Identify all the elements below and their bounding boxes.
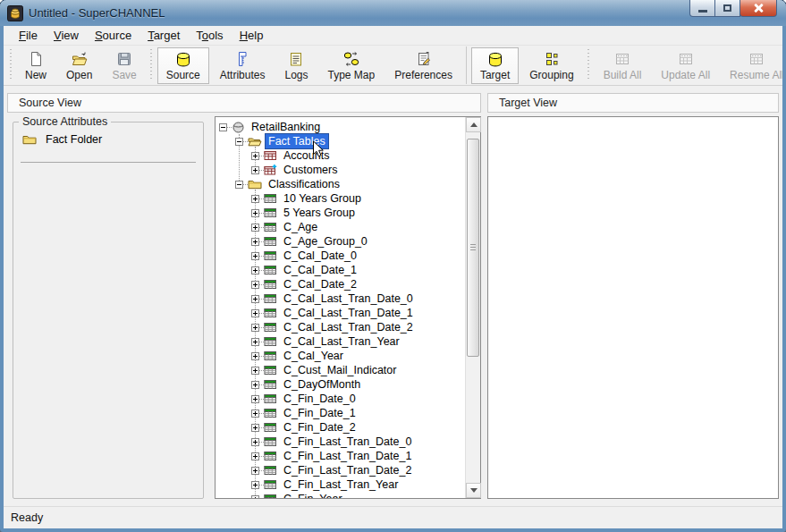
source-button[interactable]: Source bbox=[157, 47, 209, 84]
tree-item-label[interactable]: C_Cal_Last_Tran_Date_0 bbox=[281, 291, 416, 306]
tree-expander-plus[interactable] bbox=[251, 367, 259, 375]
tree-item-accounts[interactable]: Accounts bbox=[216, 148, 465, 163]
tree-item-label[interactable]: C_Fin_Last_Tran_Date_0 bbox=[281, 435, 414, 449]
tree-item-label[interactable]: C_Cal_Last_Tran_Date_1 bbox=[281, 306, 416, 320]
menu-file[interactable]: File bbox=[11, 26, 46, 45]
tree-item-5-years-group[interactable]: 5 Years Group bbox=[216, 206, 465, 220]
tree-expander-plus[interactable] bbox=[251, 252, 259, 260]
tree-item-label[interactable]: C_Fin_Year bbox=[281, 492, 345, 498]
build-all-button[interactable]: Build All bbox=[595, 47, 651, 84]
tree-item-c-cal-date-1[interactable]: C_Cal_Date_1 bbox=[216, 263, 465, 277]
tree-expander-plus[interactable] bbox=[251, 281, 259, 289]
menu-source[interactable]: Source bbox=[87, 26, 139, 45]
tree-expander-plus[interactable] bbox=[251, 452, 259, 460]
tree-expander-plus[interactable] bbox=[251, 224, 259, 232]
grouping-button[interactable]: Grouping bbox=[520, 47, 582, 84]
tree-item-c-cal-last-tran-date-2[interactable]: C_Cal_Last_Tran_Date_2 bbox=[216, 320, 465, 334]
tree-item-c-cal-last-tran-date-0[interactable]: C_Cal_Last_Tran_Date_0 bbox=[216, 291, 465, 306]
tree-item-label[interactable]: 10 Years Group bbox=[281, 191, 364, 206]
tree-item-c-fin-last-tran-date-1[interactable]: C_Fin_Last_Tran_Date_1 bbox=[216, 449, 465, 463]
scrollbar-down-button[interactable] bbox=[466, 483, 481, 498]
tree-item-label[interactable]: C_Fin_Last_Tran_Date_1 bbox=[281, 449, 414, 463]
tree-item-label[interactable]: Customers bbox=[281, 163, 340, 177]
tree-item-c-cal-date-0[interactable]: C_Cal_Date_0 bbox=[216, 249, 465, 263]
logs-button[interactable]: Logs bbox=[275, 47, 317, 84]
tree-item-10-years-group[interactable]: 10 Years Group bbox=[216, 191, 465, 206]
tree-expander-plus[interactable] bbox=[251, 238, 259, 246]
tree-item-label[interactable]: C_Age bbox=[281, 220, 320, 234]
tree-scrollbar[interactable] bbox=[465, 117, 480, 498]
tree-item-customers[interactable]: Customers bbox=[216, 163, 465, 177]
close-button[interactable] bbox=[740, 0, 777, 17]
tree-item-retailbanking[interactable]: RetailBanking bbox=[216, 120, 465, 134]
tree-item-label[interactable]: C_Cal_Last_Tran_Year bbox=[281, 334, 402, 349]
tree-expander-plus[interactable] bbox=[251, 309, 259, 317]
menu-help[interactable]: Help bbox=[232, 26, 272, 45]
save-button[interactable]: Save bbox=[103, 47, 145, 84]
tree-item-label[interactable]: C_Fin_Last_Tran_Year bbox=[281, 477, 401, 492]
tree-expander-plus[interactable] bbox=[251, 410, 259, 418]
tree-item-label[interactable]: C_Cal_Date_2 bbox=[281, 277, 359, 291]
minimize-button[interactable] bbox=[689, 0, 715, 17]
tree-item-label[interactable]: C_Fin_Date_2 bbox=[281, 420, 359, 435]
tree-expander-minus[interactable] bbox=[219, 123, 227, 131]
tree-expander-plus[interactable] bbox=[251, 324, 259, 332]
tree-item-c-age-group-0[interactable]: C_Age_Group_0 bbox=[216, 234, 465, 249]
tree-expander-plus[interactable] bbox=[251, 467, 259, 475]
tree-item-c-dayofmonth[interactable]: C_DayOfMonth bbox=[216, 377, 465, 392]
scrollbar-up-button[interactable] bbox=[466, 117, 481, 132]
tree-item-c-cust-mail-indicator[interactable]: C_Cust_Mail_Indicator bbox=[216, 363, 465, 377]
tree-item-label[interactable]: C_DayOfMonth bbox=[281, 377, 363, 392]
tree-expander-plus[interactable] bbox=[251, 338, 259, 346]
menu-tools[interactable]: Tools bbox=[188, 26, 231, 45]
tree-item-c-fin-last-tran-date-2[interactable]: C_Fin_Last_Tran_Date_2 bbox=[216, 463, 465, 477]
tree-item-label[interactable]: RetailBanking bbox=[249, 120, 323, 134]
tree-item-c-age[interactable]: C_Age bbox=[216, 220, 465, 234]
target-button[interactable]: Target bbox=[471, 47, 519, 84]
tree-expander-plus[interactable] bbox=[251, 195, 259, 203]
tree-expander-plus[interactable] bbox=[251, 481, 259, 489]
tree-item-c-cal-last-tran-year[interactable]: C_Cal_Last_Tran_Year bbox=[216, 334, 465, 349]
tree-item-label[interactable]: C_Age_Group_0 bbox=[281, 234, 370, 249]
tree-item-label[interactable]: C_Fin_Date_0 bbox=[281, 392, 359, 406]
titlebar[interactable]: Untitled - SuperCHANNEL bbox=[0, 0, 786, 26]
menu-view[interactable]: View bbox=[46, 26, 87, 45]
tree-expander-plus[interactable] bbox=[251, 395, 259, 403]
tree-item-fact-tables[interactable]: Fact Tables bbox=[216, 134, 465, 148]
scrollbar-thumb[interactable] bbox=[467, 139, 479, 357]
tree-item-c-fin-date-0[interactable]: C_Fin_Date_0 bbox=[216, 392, 465, 406]
tree-item-label[interactable]: 5 Years Group bbox=[281, 206, 358, 220]
tree-item-label[interactable]: C_Cal_Last_Tran_Date_2 bbox=[281, 320, 416, 334]
preferences-button[interactable]: Preferences bbox=[385, 47, 461, 84]
tree-item-label[interactable]: C_Cust_Mail_Indicator bbox=[281, 363, 399, 377]
tree-item-c-fin-date-2[interactable]: C_Fin_Date_2 bbox=[216, 420, 465, 435]
tree-item-c-cal-date-2[interactable]: C_Cal_Date_2 bbox=[216, 277, 465, 291]
fact-folder-item[interactable]: Fact Folder bbox=[22, 133, 102, 146]
tree-expander-minus[interactable] bbox=[235, 138, 243, 146]
tree-expander-plus[interactable] bbox=[251, 495, 259, 499]
tree-item-classifications[interactable]: Classifications bbox=[216, 177, 465, 191]
tree-item-label[interactable]: Classifications bbox=[266, 177, 342, 191]
tree-expander-plus[interactable] bbox=[251, 209, 259, 217]
menu-target[interactable]: Target bbox=[139, 26, 188, 45]
tree-item-label[interactable]: C_Fin_Last_Tran_Date_2 bbox=[281, 463, 414, 477]
tree-item-c-cal-year[interactable]: C_Cal_Year bbox=[216, 349, 465, 363]
type-map-button[interactable]: Type Map bbox=[319, 47, 385, 84]
tree-expander-plus[interactable] bbox=[251, 352, 259, 360]
open-button[interactable]: Open bbox=[57, 47, 101, 84]
tree-item-label[interactable]: C_Cal_Date_0 bbox=[281, 249, 359, 263]
tree-expander-plus[interactable] bbox=[251, 381, 259, 389]
tree-expander-plus[interactable] bbox=[251, 424, 259, 432]
tree-expander-plus[interactable] bbox=[251, 266, 259, 274]
tree-expander-plus[interactable] bbox=[251, 152, 259, 160]
tree-expander-plus[interactable] bbox=[251, 166, 259, 174]
tree-expander-minus[interactable] bbox=[235, 181, 243, 189]
tree-item-label[interactable]: C_Cal_Year bbox=[281, 349, 346, 363]
attributes-button[interactable]: Attributes bbox=[211, 47, 275, 84]
tree-item-c-fin-date-1[interactable]: C_Fin_Date_1 bbox=[216, 406, 465, 420]
tree-expander-plus[interactable] bbox=[251, 438, 259, 446]
update-all-button[interactable]: Update All bbox=[652, 47, 719, 84]
resume-all-button[interactable]: Resume All bbox=[721, 47, 782, 84]
tree-item-c-fin-last-tran-year[interactable]: C_Fin_Last_Tran_Year bbox=[216, 477, 465, 492]
tree-item-c-fin-year[interactable]: C_Fin_Year bbox=[216, 492, 465, 498]
